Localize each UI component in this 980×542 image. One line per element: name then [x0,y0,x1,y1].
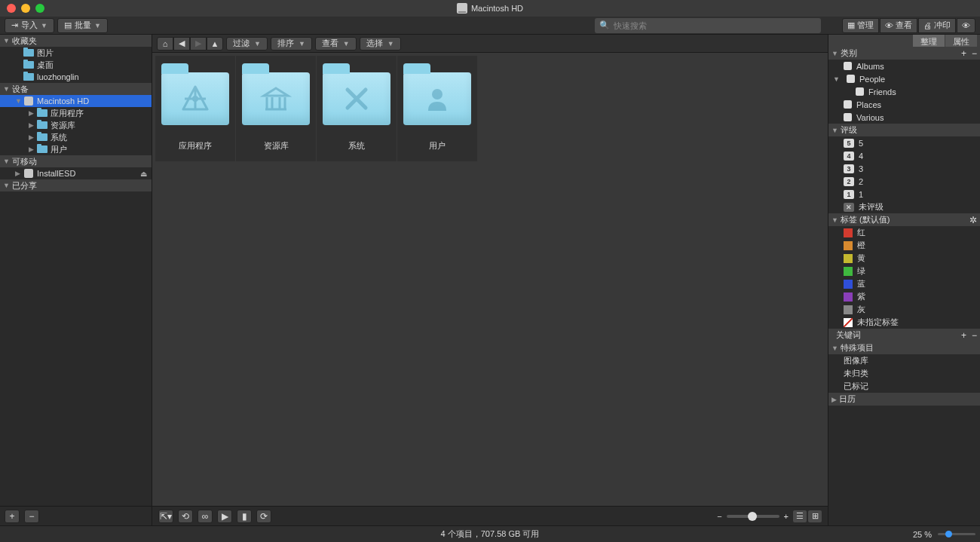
tag-item[interactable]: 灰 [828,303,980,316]
checkbox[interactable] [847,75,855,83]
section-devices[interactable]: ▼设备 [0,83,152,95]
sort-dropdown[interactable]: 排序▼ [271,37,312,51]
play-button[interactable]: ▶ [217,510,232,523]
sidebar-item-applications[interactable]: ▶应用程序 [0,107,152,119]
forward-button[interactable]: ▶ [190,37,207,51]
panel-rating[interactable]: ▼评级 [828,124,980,136]
refresh-button[interactable]: ⟳ [256,510,271,523]
filter-dropdown[interactable]: 过滤▼ [226,37,268,51]
tag-item[interactable]: 橙 [828,239,980,252]
manage-button[interactable]: ▦管理 [842,18,879,33]
up-button[interactable]: ▲ [207,37,223,51]
category-item[interactable]: Places [828,98,980,111]
add-button[interactable]: + [961,330,966,341]
panel-keywords[interactable]: 关键词+− [828,329,980,341]
rating-item[interactable]: 44 [828,149,980,162]
folder-icon [37,133,47,141]
remove-button[interactable]: − [972,330,977,341]
category-item[interactable]: Friends [828,85,980,98]
section-shared[interactable]: ▼已分享 [0,179,152,191]
rotate-button[interactable]: ⟲ [178,510,193,523]
special-item[interactable]: 未归类 [828,367,980,380]
tag-item[interactable]: 蓝 [828,277,980,290]
export-button[interactable]: ⇱▾ [158,510,173,523]
print-button[interactable]: 🖨冲印 [918,18,956,33]
special-item[interactable]: 已标记 [828,380,980,393]
category-item[interactable]: ▼People [828,72,980,85]
checkbox[interactable] [844,113,852,121]
tag-item[interactable]: 未指定标签 [828,316,980,329]
remove-button[interactable]: − [972,48,977,59]
panel-tags[interactable]: ▼标签 (默认值)✲ [828,213,980,226]
gear-icon[interactable]: ✲ [969,215,977,225]
search-input[interactable] [614,21,816,30]
add-button[interactable]: + [961,48,966,59]
minimize-icon[interactable] [21,4,30,13]
tag-item[interactable]: 紫 [828,290,980,303]
section-removable[interactable]: ▼可移动 [0,155,152,167]
zoom-slider[interactable] [938,533,975,535]
chevron-right-icon: ▶ [29,133,34,141]
category-item[interactable]: Various [828,111,980,124]
rating-item[interactable]: 11 [828,188,980,201]
checkbox[interactable] [844,100,852,109]
zoom-slider[interactable] [727,515,779,518]
batch-button[interactable]: ▤ 批量 ▼ [57,18,108,33]
view-button[interactable]: 👁查看 [880,18,917,33]
grid-view-button[interactable]: ⊞ [808,510,822,522]
special-item[interactable]: 图像库 [828,354,980,367]
tag-item[interactable]: 绿 [828,265,980,277]
eject-icon[interactable]: ⏏ [140,170,147,178]
link-button[interactable]: ∞ [198,510,213,523]
import-button[interactable]: ⇥ 导入 ▼ [5,18,54,33]
checkbox[interactable] [844,62,852,70]
close-icon[interactable] [7,4,16,13]
rating-item[interactable]: 33 [828,162,980,175]
panel-calendar[interactable]: ▶日历 [828,393,980,406]
checkbox[interactable] [856,87,864,96]
sidebar-item-library[interactable]: ▶资源库 [0,119,152,131]
back-button[interactable]: ◀ [173,37,190,51]
sidebar-item-home[interactable]: luozhonglin [0,71,152,83]
search-box[interactable]: 🔍 [595,18,821,33]
category-item[interactable]: Albums [828,60,980,72]
folder-icon [23,49,34,57]
rating-item[interactable]: ✕未评级 [828,201,980,213]
home-button[interactable]: ⌂ [157,37,173,51]
sidebar-item-pictures[interactable]: 图片 [0,47,152,59]
rating-item[interactable]: 55 [828,136,980,149]
sidebar-item-desktop[interactable]: 桌面 [0,59,152,71]
sidebar-item-system[interactable]: ▶系统 [0,131,152,143]
section-favorites[interactable]: ▼收藏夹 [0,35,152,47]
panel-special[interactable]: ▼特殊项目 [828,341,980,354]
panel-button[interactable]: ▮ [237,510,252,523]
tab-properties[interactable]: 属性 [945,35,977,47]
list-view-button[interactable]: ☰ [793,510,807,522]
chevron-down-icon: ▼ [94,22,101,29]
add-button[interactable]: + [5,510,20,523]
look-dropdown[interactable]: 查看▼ [315,37,357,51]
import-icon: ⇥ [11,20,18,30]
sidebar-item-users[interactable]: ▶用户 [0,143,152,155]
remove-button[interactable]: − [24,510,39,523]
rating-item[interactable]: 22 [828,175,980,188]
select-dropdown[interactable]: 选择▼ [360,37,401,51]
chevron-right-icon: ▶ [15,170,20,177]
zoom-out-button[interactable]: − [717,512,721,521]
panel-category[interactable]: ▼类别+− [828,47,980,60]
folder-system[interactable]: 系统 [317,56,397,161]
sidebar-item-installesd[interactable]: ▶InstallESD⏏ [0,167,152,179]
chevron-down-icon: ▼ [3,85,10,93]
folder-users[interactable]: 用户 [397,56,477,161]
tag-item[interactable]: 红 [828,226,980,239]
sidebar-item-macintosh-hd[interactable]: ▼Macintosh HD [0,95,152,107]
folder-applications[interactable]: 应用程序 [155,56,235,161]
tab-organize[interactable]: 整理 [913,35,945,47]
search-icon: 🔍 [599,20,610,30]
content-area: ⌂ ◀ ▶ ▲ 过滤▼ 排序▼ 查看▼ 选择▼ 应用程序 资源库 [152,35,828,525]
tag-item[interactable]: 黄 [828,252,980,265]
folder-library[interactable]: 资源库 [236,56,316,161]
zoom-in-button[interactable]: + [784,512,789,521]
maximize-icon[interactable] [35,4,44,13]
overflow-button[interactable]: 👁 [957,18,975,33]
